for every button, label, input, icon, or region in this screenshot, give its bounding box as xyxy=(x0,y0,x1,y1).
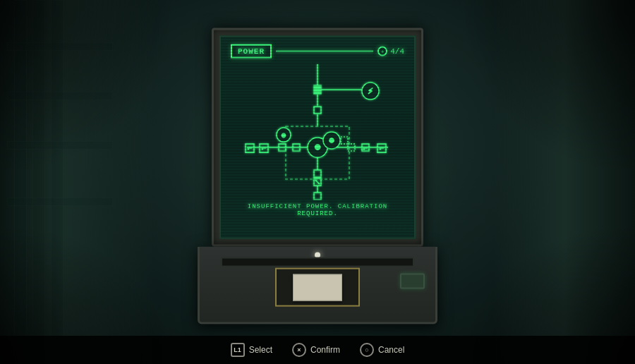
svg-line-32 xyxy=(315,180,320,184)
svg-rect-6 xyxy=(314,107,321,114)
select-label: Select xyxy=(249,345,272,355)
cancel-action: ○ Cancel xyxy=(360,343,404,357)
svg-rect-1 xyxy=(314,85,321,94)
bg-bars xyxy=(7,0,113,364)
select-button-icon[interactable]: L1 xyxy=(231,343,245,357)
svg-text:⌐: ⌐ xyxy=(262,145,265,152)
confirm-button-icon[interactable]: × xyxy=(292,343,306,357)
svg-text:⊕: ⊕ xyxy=(315,141,321,152)
power-label: POWER xyxy=(231,44,272,59)
svg-text:⊕: ⊕ xyxy=(282,131,286,139)
cancel-button-icon[interactable]: ○ xyxy=(360,343,374,357)
svg-text:⊕: ⊕ xyxy=(329,135,334,145)
confirm-label: Confirm xyxy=(310,345,340,355)
cancel-label: Cancel xyxy=(378,345,404,355)
card-reader-slot xyxy=(221,257,414,267)
svg-text:⌐: ⌐ xyxy=(248,145,251,152)
svg-text:⌐: ⌐ xyxy=(380,145,383,152)
card-item xyxy=(293,274,342,301)
power-counter: + 4/4 xyxy=(377,47,404,56)
svg-rect-30 xyxy=(314,170,321,177)
crt-display: POWER + 4/4 xyxy=(221,37,414,238)
status-message: INSUFFICIENT POWER. CALIBRATION REQUIRED… xyxy=(228,203,407,217)
svg-rect-28 xyxy=(341,137,348,144)
svg-text:⚡: ⚡ xyxy=(368,86,373,96)
circuit-svg: ⚡ ⊕ xyxy=(233,63,402,200)
bottom-controls: L1 Select × Confirm ○ Cancel xyxy=(0,336,635,364)
terminal-device: POWER + 4/4 xyxy=(198,28,437,324)
screen-bezel: POWER + 4/4 xyxy=(212,28,423,247)
circuit-diagram-area: ⚡ ⊕ xyxy=(228,63,407,200)
counter-value: 4/4 xyxy=(390,47,404,56)
select-action: L1 Select xyxy=(231,343,272,357)
screen-inner: POWER + 4/4 xyxy=(219,36,416,239)
svg-rect-34 xyxy=(314,193,321,200)
confirm-action: × Confirm xyxy=(292,343,340,357)
card-slot-area[interactable] xyxy=(275,268,360,307)
counter-icon: + xyxy=(377,47,387,56)
bg-right-wall xyxy=(494,0,635,364)
power-header: POWER + 4/4 xyxy=(228,44,407,59)
terminal-body xyxy=(198,247,437,324)
svg-text:⌐: ⌐ xyxy=(363,145,367,152)
terminal-button[interactable] xyxy=(400,274,425,289)
